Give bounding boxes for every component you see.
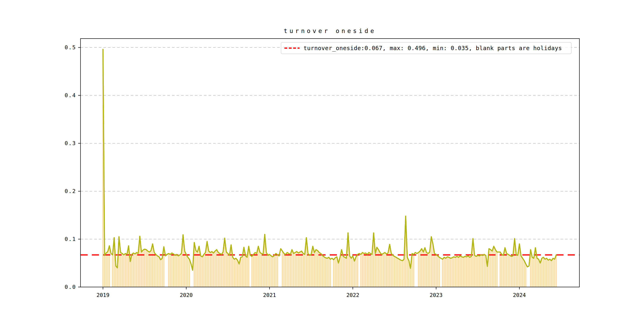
holiday-bar [266,253,267,287]
holiday-bar [227,254,228,287]
chart-title: turnover oneside [80,28,580,34]
x-tick-label: 2024 [513,292,526,298]
holiday-bar [115,266,116,287]
holiday-bar [296,252,297,287]
holiday-bar [149,252,150,287]
holiday-bar [328,258,329,287]
holiday-bar [496,252,498,287]
holiday-bar [460,256,461,287]
holiday-bar [540,263,541,287]
holiday-bar [240,258,241,287]
holiday-bar [307,254,308,287]
holiday-bar [310,254,312,287]
holiday-bar [203,254,204,287]
holiday-bar [352,256,354,287]
holiday-bar [390,254,392,287]
holiday-bar [368,253,370,287]
holiday-bar [277,255,278,287]
holiday-bar [174,256,176,287]
holiday-bar [274,256,275,287]
holiday-bar [219,254,220,287]
y-tick-label: 0.4 [64,92,76,98]
x-tick-label: 2021 [263,292,276,298]
holiday-bar [262,254,264,287]
holiday-bar [482,256,483,287]
holiday-bar [298,253,299,287]
holiday-bar [469,258,470,287]
holiday-bar [246,258,248,287]
holiday-bar [158,257,160,287]
holiday-bar [253,254,254,287]
holiday-bar [452,258,453,287]
holiday-bar [556,255,557,287]
holiday-bar [208,251,209,287]
holiday-bar [261,254,262,287]
holiday-bar [214,251,216,287]
holiday-bar [503,256,504,287]
holiday-bar [288,254,290,287]
holiday-bar [309,256,310,287]
holiday-bar [516,254,517,287]
holiday-bar [171,253,172,287]
holiday-bar [285,254,286,287]
x-tick-label: 2019 [96,292,109,298]
holiday-bar [123,255,124,287]
holiday-bar [157,256,158,287]
holiday-bar [322,256,323,287]
holiday-bar [439,258,440,287]
holiday-bar [202,257,203,287]
holiday-bar [155,254,156,287]
holiday-bar [399,259,400,287]
holiday-bar [286,253,288,287]
holiday-bar [147,251,148,287]
holiday-bar [333,260,334,287]
holiday-bar [350,258,352,287]
holiday-bar [394,256,395,287]
holiday-bar [317,251,318,287]
holiday-bar [260,253,260,287]
holiday-bar [325,258,326,287]
holiday-bar [200,256,201,287]
holiday-bar [256,254,258,287]
holiday-bar [344,258,346,287]
holiday-bar [198,246,200,287]
holiday-bar [293,254,294,287]
holiday-bar [133,253,134,287]
turnover-line-group [103,50,556,270]
holiday-bar [222,252,224,287]
holiday-bar [126,254,128,287]
holiday-bar [442,259,443,287]
holiday-bar [389,244,390,287]
holiday-bar [299,252,300,287]
holiday-bar [363,254,364,287]
x-tick-label: 2020 [180,292,192,298]
holiday-bar [464,256,466,287]
holiday-bar [538,259,539,287]
holiday-bar [211,252,212,287]
holiday-bar [237,260,238,287]
holiday-bar [112,255,113,287]
holiday-bar [269,254,270,287]
holiday-bar [221,254,222,287]
holiday-bar [238,264,240,287]
holiday-bar [213,253,214,287]
holiday-bar [365,253,366,287]
holiday-bar [160,260,161,287]
holiday-bar [117,268,118,287]
holiday-bar [447,257,448,287]
holiday-bar [426,253,427,287]
holiday-bar [551,261,552,287]
holiday-bar [450,258,451,287]
holiday-bar [343,256,344,287]
holiday-bar [434,254,435,287]
holiday-bar [375,254,376,287]
holiday-bar [154,253,155,287]
holiday-bar [338,263,339,287]
holiday-bar [524,261,525,287]
holiday-bar [400,260,402,287]
holiday-bar [179,255,180,287]
holiday-bar [187,258,188,287]
x-tick-label: 2022 [346,292,359,298]
holiday-bar [520,256,522,287]
holiday-bar [242,257,243,287]
